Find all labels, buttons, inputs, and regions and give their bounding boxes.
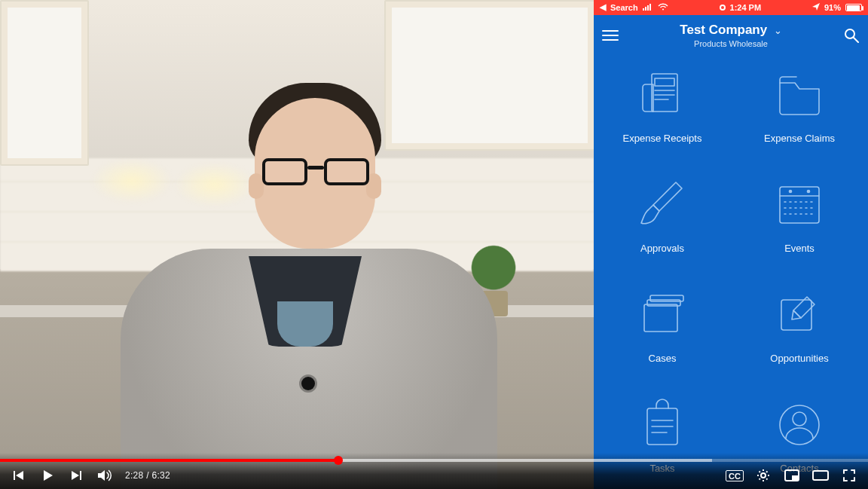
app-panel: ◀ Search 1:24 PM 91% [594,0,868,489]
tile-label: Events [784,243,815,254]
status-time: 1:24 PM [730,3,762,12]
app-header: Test Company ⌄ Products Wholesale [594,15,868,56]
svg-point-8 [845,29,854,38]
company-subtitle: Products Wholesale [619,39,842,48]
svg-rect-36 [792,475,798,480]
tile-label: Expense Claims [764,133,835,144]
status-left: ◀ Search [600,3,668,13]
time-display: 2:28 / 6:32 [125,470,170,481]
record-indicator-icon [720,5,726,11]
company-selector[interactable]: Test Company ⌄ Products Wholesale [619,23,842,48]
wifi-icon [658,3,668,12]
back-arrow-icon: ◀ [600,2,606,12]
svg-rect-11 [655,78,674,86]
location-icon [812,3,820,12]
controls-row: 2:28 / 6:32 CC [0,462,868,489]
play-button[interactable] [39,467,56,484]
svg-rect-3 [649,4,651,11]
svg-rect-2 [647,5,649,11]
theater-button[interactable] [812,467,829,484]
svg-rect-22 [644,304,677,332]
calendar-icon [766,172,833,238]
signal-icon [643,3,653,12]
battery-text: 91% [824,3,841,12]
tile-events[interactable]: Events [738,172,860,274]
tile-cases[interactable]: Cases [601,282,723,384]
status-right: 91% [812,3,862,12]
svg-rect-1 [645,7,646,11]
ios-status-bar: ◀ Search 1:24 PM 91% [594,0,868,15]
mic-icon [301,377,315,390]
receipt-icon [629,62,695,128]
tile-label: Opportunities [770,353,828,364]
cc-label: CC [726,470,744,481]
person-icon [766,392,833,458]
svg-point-31 [793,412,806,426]
tile-label: Expense Receipts [623,133,702,144]
volume-button[interactable] [96,467,113,484]
cabinet-left [0,0,89,166]
fullscreen-button[interactable] [841,467,857,484]
battery-icon [845,4,862,11]
duration: 6:32 [151,470,170,481]
menu-button[interactable] [601,26,619,44]
tile-approvals[interactable]: Approvals [601,172,723,274]
presenter [90,53,512,489]
svg-rect-15 [780,187,819,223]
svg-point-20 [790,191,792,193]
search-button[interactable] [842,26,860,44]
svg-rect-0 [643,8,644,11]
note-edit-icon [766,282,833,348]
clipboard-icon [629,392,695,458]
tile-label: Cases [649,353,677,364]
current-time: 2:28 [125,470,144,481]
next-button[interactable] [68,467,84,484]
settings-button[interactable] [755,467,772,484]
previous-button[interactable] [11,467,27,484]
tile-expense-claims[interactable]: Expense Claims [738,62,860,164]
video-controls: 2:28 / 6:32 CC [0,453,868,489]
stage: ◀ Search 1:24 PM 91% [0,0,868,489]
tile-expense-receipts[interactable]: Expense Receipts [601,62,723,164]
svg-point-4 [662,9,664,11]
chevron-down-icon: ⌄ [774,25,782,36]
app-grid: Expense Receipts Expense Claims [594,56,868,489]
svg-rect-10 [652,74,677,112]
svg-line-9 [854,38,858,42]
miniplayer-button[interactable] [784,467,800,484]
folders-icon [629,282,695,348]
brush-icon [629,172,695,238]
svg-rect-32 [14,471,15,480]
tile-label: Approvals [640,243,684,254]
glasses-icon [262,158,369,188]
captions-button[interactable]: CC [726,467,743,484]
company-title: Test Company [680,23,767,37]
svg-rect-37 [813,471,828,480]
svg-rect-25 [781,300,811,330]
svg-rect-33 [80,471,81,480]
svg-point-21 [808,191,810,193]
status-back-label: Search [610,3,638,12]
video-frame [0,0,594,489]
folder-icon [766,62,833,128]
tile-opportunities[interactable]: Opportunities [738,282,860,384]
status-center: 1:24 PM [720,3,762,12]
